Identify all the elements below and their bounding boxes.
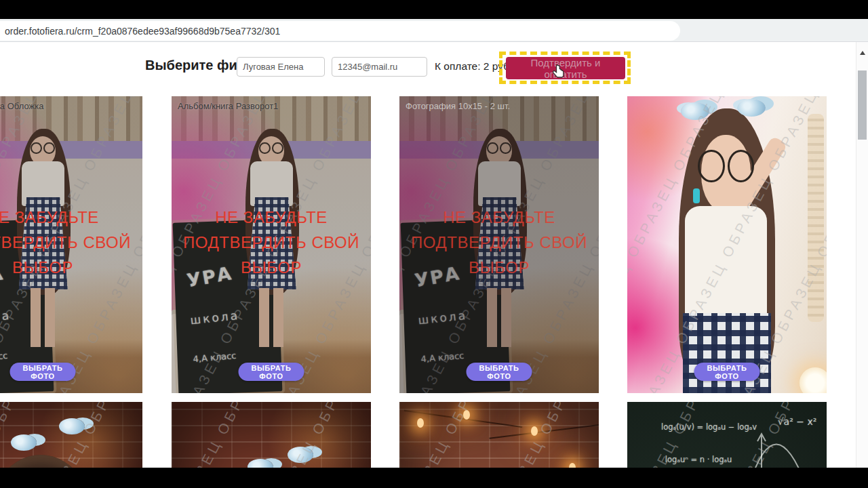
vertical-scrollbar[interactable] xyxy=(856,42,868,468)
cursor-pointer-icon xyxy=(551,64,567,81)
name-input[interactable] xyxy=(237,57,325,77)
page-title: Выберите фио xyxy=(145,58,245,73)
email-input[interactable] xyxy=(332,57,427,77)
browser-toolbar: order.fotofiera.ru/crm_f20a0876edee93af9… xyxy=(0,19,868,42)
product-card-cover: УРА школа 4,А класс ОБРАЗЕЦ ОБРАЗЕЦ ОБРА… xyxy=(0,96,142,393)
select-photo-button[interactable]: ВЫБРАТЬ ФОТО xyxy=(694,363,760,381)
screen: order.fotofiera.ru/crm_f20a0876edee93af9… xyxy=(0,0,868,488)
confirm-reminder-watermark: НЕ ЗАБУДЬТЕ ПОДТВЕРДИТЬ СВОЙ ВЫБОР xyxy=(0,205,142,280)
select-photo-button[interactable]: ВЫБРАТЬ ФОТО xyxy=(239,363,304,381)
product-card-label: Альбом/книга Обложка xyxy=(0,101,43,111)
product-card-spread: УРА школа 4,А класс ОБРАЗЕЦ ОБРАЗЕЦ ОБРА… xyxy=(172,96,371,393)
letterbox-bottom xyxy=(0,468,868,488)
product-card-label: Альбом/книга Разворот1 xyxy=(178,101,278,111)
confirm-reminder-watermark: НЕ ЗАБУДЬТЕ ПОДТВЕРДИТЬ СВОЙ ВЫБОР xyxy=(399,205,599,280)
letterbox-top xyxy=(0,0,868,19)
scrollbar-thumb[interactable] xyxy=(858,70,867,140)
address-bar[interactable]: order.fotofiera.ru/crm_f20a0876edee93af9… xyxy=(0,21,680,41)
select-photo-button[interactable]: ВЫБРАТЬ ФОТО xyxy=(10,363,76,381)
product-card-photo10x15: УРА школа 4,А класс ОБРАЗЕЦ ОБРАЗЕЦ ОБРА… xyxy=(399,96,599,393)
url-text: order.fotofiera.ru/crm_f20a0876edee93af9… xyxy=(0,26,280,37)
product-card-label: Фотография 10x15 - 2 шт. xyxy=(406,101,510,111)
scroll-up-icon[interactable] xyxy=(860,51,865,55)
confirm-reminder-watermark: НЕ ЗАБУДЬТЕ ПОДТВЕРДИТЬ СВОЙ ВЫБОР xyxy=(172,205,371,280)
product-card-closeup: ОБРАЗЕЦ ОБРАЗЕЦ ОБРАЗЕЦ ОБРАЗЕЦ ОБРАЗЕЦ … xyxy=(627,96,827,393)
select-photo-button[interactable]: ВЫБРАТЬ ФОТО xyxy=(467,363,532,381)
